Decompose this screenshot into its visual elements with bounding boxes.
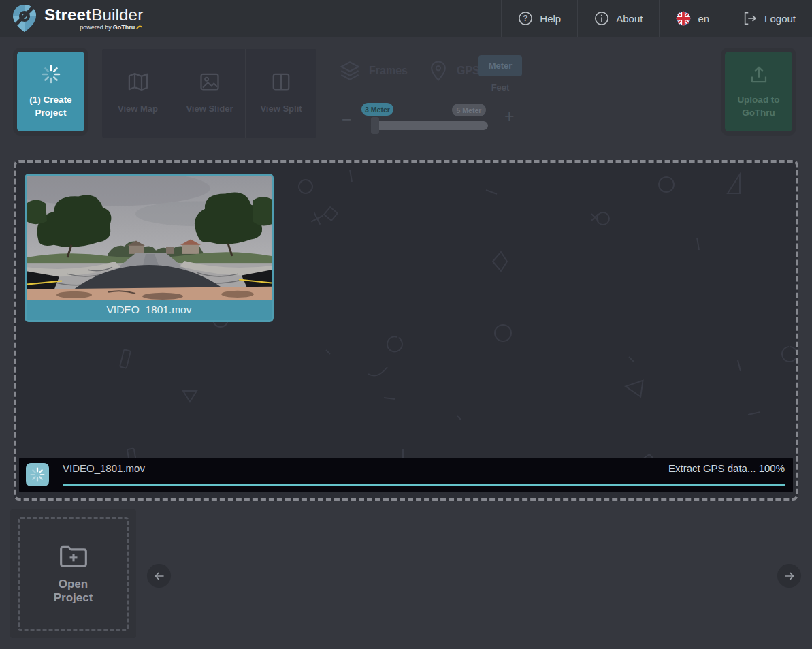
spinner-icon: [30, 467, 45, 482]
brand-name: StreetBuilder: [44, 7, 143, 23]
menu-label: en: [698, 13, 709, 25]
upload-to-gothru-button[interactable]: Upload to GoThru: [725, 52, 792, 131]
header-menu: ? Help About en: [501, 0, 812, 37]
view-map-button[interactable]: View Map: [102, 49, 174, 138]
view-map-label: View Map: [114, 103, 162, 115]
location-pin-icon: [428, 60, 449, 82]
toolbar: (1) Create Project View Map View Slider …: [0, 37, 812, 151]
carousel-prev-button[interactable]: [147, 564, 171, 588]
uk-flag-icon: [676, 11, 691, 26]
progress-filename: VIDEO_1801.mov: [63, 462, 145, 474]
image-icon: [199, 72, 220, 92]
layers-icon: [339, 60, 361, 82]
carousel-next-button[interactable]: [777, 564, 801, 588]
video-dropzone[interactable]: VIDEO_1801.mov VIDEO_1801.mov Extract GP…: [14, 160, 798, 501]
upload-to-gothru-label: Upload to GoThru: [732, 93, 786, 119]
slider-increase-button[interactable]: +: [504, 109, 515, 123]
menu-item-language[interactable]: en: [659, 0, 726, 37]
view-split-button[interactable]: View Split: [245, 49, 316, 138]
video-card[interactable]: VIDEO_1801.mov: [25, 174, 274, 322]
slider-decrease-button[interactable]: −: [342, 112, 352, 126]
create-project-label: (1) Create Project: [22, 93, 80, 119]
upload-icon: [749, 65, 769, 85]
app-header: StreetBuilder powered by GoThru ? Help A…: [0, 0, 812, 37]
folder-plus-icon: [59, 543, 88, 569]
logout-icon: [743, 11, 758, 26]
map-icon: [128, 72, 148, 92]
distance-slider-handle[interactable]: [371, 117, 379, 134]
video-filename-label: VIDEO_1801.mov: [27, 300, 272, 320]
progress-track: [63, 484, 785, 486]
gps-label: GPS: [457, 65, 480, 77]
menu-label: About: [616, 13, 643, 25]
menu-item-about[interactable]: About: [577, 0, 659, 37]
split-icon: [271, 72, 291, 92]
menu-item-help[interactable]: ? Help: [501, 0, 577, 37]
slider-max-badge: 5 Meter: [452, 104, 486, 116]
info-circle-icon: [594, 11, 609, 26]
gps-button[interactable]: GPS: [428, 60, 480, 82]
progress-row: VIDEO_1801.mov Extract GPS data... 100%: [19, 458, 793, 492]
frames-button[interactable]: Frames: [339, 60, 408, 82]
arrow-right-icon: [783, 570, 796, 582]
distance-slider-track[interactable]: [371, 121, 488, 130]
unit-option-meter[interactable]: Meter: [478, 55, 522, 76]
create-project-button[interactable]: (1) Create Project: [17, 52, 84, 131]
brand-tagline: powered by GoThru: [80, 24, 143, 31]
open-project-inner: Open Project: [18, 517, 129, 631]
view-button-group: View Map View Slider View Split: [102, 49, 316, 138]
slider-value-badge: 3 Meter: [361, 103, 393, 116]
menu-label: Help: [540, 13, 561, 25]
progress-status: Extract GPS data... 100%: [668, 462, 785, 474]
spinner-icon: [42, 65, 61, 84]
svg-text:?: ?: [523, 14, 528, 23]
brand-logo-icon: [11, 3, 38, 33]
gothru-swoosh-icon: [136, 25, 143, 30]
frames-label: Frames: [369, 65, 408, 77]
progress-fill: [63, 484, 785, 486]
view-split-label: View Split: [257, 103, 305, 115]
video-thumbnail-panorama: [27, 176, 272, 300]
view-slider-label: View Slider: [186, 103, 233, 115]
open-project-button[interactable]: Open Project: [10, 509, 136, 638]
unit-option-feet[interactable]: Feet: [478, 78, 522, 96]
open-project-label: Open Project: [43, 577, 104, 605]
unit-toggle: Meter Feet: [478, 55, 522, 96]
view-slider-button[interactable]: View Slider: [174, 49, 245, 138]
menu-item-logout[interactable]: Logout: [726, 0, 812, 37]
brand: StreetBuilder powered by GoThru: [0, 0, 143, 37]
progress-spinner-tile: [26, 463, 49, 486]
arrow-left-icon: [153, 570, 165, 582]
help-circle-icon: ?: [518, 11, 533, 26]
menu-label: Logout: [764, 13, 796, 25]
